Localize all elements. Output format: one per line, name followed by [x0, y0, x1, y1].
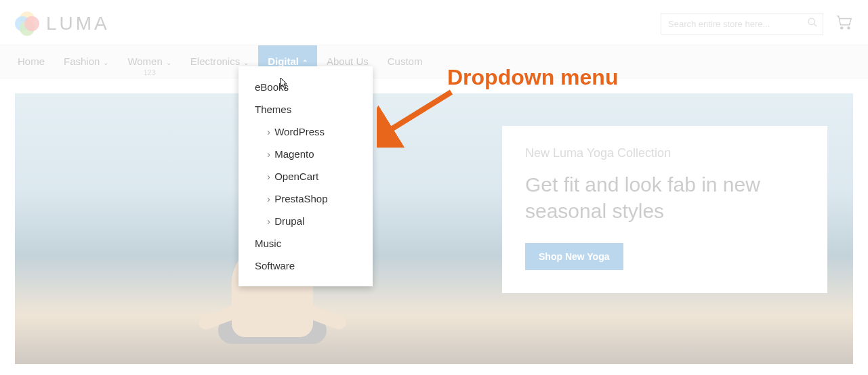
- search-input[interactable]: [661, 13, 823, 35]
- search-icon[interactable]: [807, 17, 818, 30]
- dropdown-item-music[interactable]: Music: [239, 232, 373, 255]
- chevron-up-icon: ⌃: [302, 59, 308, 66]
- promo-card: New Luma Yoga Collection Get fit and loo…: [502, 126, 827, 293]
- dropdown-item-ebooks[interactable]: eBooks: [239, 76, 373, 98]
- nav-item-fashion[interactable]: Fashion⌄: [54, 45, 118, 77]
- nav-item-custom[interactable]: Custom: [378, 45, 432, 77]
- annotation-label: Dropdown menu: [447, 65, 618, 90]
- svg-point-3: [848, 27, 850, 29]
- dropdown-subitem-drupal[interactable]: Drupal: [239, 210, 373, 232]
- svg-line-1: [814, 24, 817, 26]
- dropdown-subitem-wordpress[interactable]: WordPress: [239, 120, 373, 143]
- dropdown-item-software[interactable]: Software: [239, 255, 373, 277]
- dropdown-subitem-opencart[interactable]: OpenCart: [239, 165, 373, 188]
- svg-point-0: [808, 18, 814, 24]
- nav-item-home[interactable]: Home: [8, 45, 54, 77]
- cursor-pointer-icon: [276, 77, 289, 92]
- brand-name: LUMA: [46, 13, 110, 35]
- logo-mark-icon: [15, 12, 39, 36]
- search-box: [661, 13, 823, 35]
- chevron-down-icon: ⌄: [243, 59, 249, 66]
- svg-point-2: [841, 27, 843, 29]
- dropdown-menu: eBooks Themes WordPress Magento OpenCart…: [239, 66, 373, 286]
- dropdown-item-themes[interactable]: Themes: [239, 98, 373, 120]
- dropdown-subitem-magento[interactable]: Magento: [239, 143, 373, 165]
- main-nav: Home Fashion⌄ Women⌄123 Electronics⌄ Dig…: [0, 45, 868, 79]
- chevron-down-icon: ⌄: [166, 59, 171, 66]
- shop-button[interactable]: Shop New Yoga: [525, 243, 623, 270]
- promo-subheading: New Luma Yoga Collection: [525, 146, 804, 160]
- promo-heading: Get fit and look fab in new seasonal sty…: [525, 171, 804, 224]
- nav-item-subtext: 123: [143, 68, 155, 76]
- cart-icon[interactable]: [835, 14, 853, 33]
- nav-item-women[interactable]: Women⌄123: [118, 45, 180, 87]
- annotation-arrow-icon: [377, 87, 458, 148]
- dropdown-subitem-prestashop[interactable]: PrestaShop: [239, 188, 373, 210]
- svg-line-5: [384, 92, 451, 134]
- header: LUMA: [0, 0, 868, 45]
- chevron-down-icon: ⌄: [103, 59, 108, 66]
- logo[interactable]: LUMA: [15, 12, 110, 36]
